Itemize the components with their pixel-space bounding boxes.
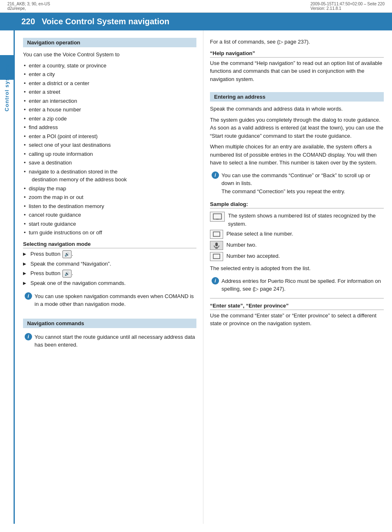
info-icon: i bbox=[25, 292, 32, 300]
list-item: turn guide instructions on or off bbox=[23, 229, 196, 237]
svg-rect-2 bbox=[213, 232, 220, 236]
meta-bar: 216_AKB; 3; 90, en-USd2ureepe, 2009-05-1… bbox=[0, 0, 392, 13]
list-item: cancel route guidance bbox=[23, 211, 196, 219]
sample-dialog: The system shows a numbered list of stat… bbox=[210, 212, 384, 261]
list-item: listen to the destination memory bbox=[23, 202, 196, 210]
sample-dialog-heading: Sample dialog: bbox=[210, 201, 384, 208]
step-item: Speak the command “Navigation”. bbox=[23, 260, 196, 268]
main-content: Navigation operation You can use the Voi… bbox=[15, 30, 392, 524]
meta-right: 2009-05-15T11:47:50+02:00 – Seite 220Ver… bbox=[311, 2, 385, 11]
list-item: start route guidance bbox=[23, 220, 196, 228]
nav-operation-list: enter a country, state or province enter… bbox=[23, 62, 196, 237]
commands-ref: For a list of commands, see (▷ page 237)… bbox=[210, 38, 384, 46]
dialog-row: Please select a line number. bbox=[210, 230, 384, 239]
nav-commands-heading: Navigation commands bbox=[23, 319, 196, 328]
info-icon-4: i bbox=[212, 277, 219, 285]
dialog-text: Number two. bbox=[226, 241, 257, 249]
screen-icon bbox=[210, 212, 225, 222]
page-header: 220 Voice Control System navigation bbox=[0, 13, 392, 30]
list-item: find address bbox=[23, 123, 196, 132]
dialog-row: The system shows a numbered list of stat… bbox=[210, 212, 384, 228]
right-column: For a list of commands, see (▷ page 237)… bbox=[203, 30, 392, 524]
list-item: navigate to a destination stored in the … bbox=[23, 168, 196, 184]
help-navigation-heading: “Help navigation” bbox=[210, 50, 384, 58]
sidebar-label: Control systems bbox=[4, 63, 10, 111]
page-title: Voice Control System navigation bbox=[42, 17, 169, 26]
step-item: Press button 🔊. bbox=[23, 250, 196, 258]
list-item: enter a street bbox=[23, 88, 196, 96]
dialog-text: Number two accepted. bbox=[226, 252, 280, 260]
list-item: enter a zip code bbox=[23, 115, 196, 123]
nav-operation-heading: Navigation operation bbox=[23, 38, 196, 47]
sample-dialog-info: i Address entries for Puerto Rico must b… bbox=[210, 275, 384, 295]
dialog-text: Please select a line number. bbox=[226, 230, 293, 238]
step-item: Press button 🔊. bbox=[23, 269, 196, 278]
selecting-nav-info-text: You can use spoken navigation commands e… bbox=[35, 293, 194, 308]
svg-rect-6 bbox=[213, 254, 220, 259]
sample-dialog-info-text: Address entries for Puerto Rico must be … bbox=[221, 278, 381, 292]
selecting-nav-info: i You can use spoken navigation commands… bbox=[23, 291, 196, 310]
entering-address-heading: Entering an address bbox=[210, 92, 384, 102]
selecting-nav-steps: Press button 🔊. Speak the command “Navig… bbox=[23, 250, 196, 287]
list-item: enter a city bbox=[23, 70, 196, 79]
info-icon-3: i bbox=[212, 171, 219, 179]
dialog-row: Number two accepted. bbox=[210, 252, 384, 261]
screen-small-icon bbox=[210, 230, 223, 239]
nav-commands-info: i You cannot start the route guidance un… bbox=[23, 331, 196, 351]
step-item: Speak one of the navigation commands. bbox=[23, 279, 196, 287]
list-item: enter a house number bbox=[23, 106, 196, 114]
selecting-nav-mode-heading: Selecting navigation mode bbox=[23, 241, 196, 248]
list-item: enter an intersection bbox=[23, 97, 196, 105]
enter-state-text: Use the command “Enter state” or “Enter … bbox=[210, 312, 384, 328]
dialog-text: The system shows a numbered list of stat… bbox=[228, 212, 384, 228]
list-item: zoom the map in or out bbox=[23, 193, 196, 201]
sidebar: Control systems bbox=[0, 30, 15, 524]
page-number: 220 bbox=[21, 17, 35, 26]
meta-left: 216_AKB; 3; 90, en-USd2ureepe, bbox=[7, 2, 50, 11]
button-icon: 🔊 bbox=[62, 270, 71, 278]
entering-address-info: i You can use the commands “Continue” or… bbox=[210, 170, 384, 197]
svg-rect-1 bbox=[216, 219, 219, 220]
mic-dialog-icon bbox=[210, 241, 223, 250]
help-navigation-text: Use the command “Help navigation” to rea… bbox=[210, 59, 384, 83]
list-item: select one of your last destinations bbox=[23, 141, 196, 149]
nav-operation-intro: You can use the Voice Control System to bbox=[23, 51, 196, 59]
list-item: display the map bbox=[23, 185, 196, 193]
entering-address-para2: The system guides you completely through… bbox=[210, 116, 384, 140]
dialog-row: Number two. bbox=[210, 241, 384, 250]
info-icon-2: i bbox=[25, 333, 32, 340]
list-item: enter a country, state or province bbox=[23, 62, 196, 70]
enter-state-heading: “Enter state”, “Enter province” bbox=[210, 303, 384, 310]
entering-address-info-text: You can use the commands “Continue” or “… bbox=[221, 172, 370, 194]
list-item: calling up route information bbox=[23, 150, 196, 158]
sample-dialog-after: The selected entry is adopted from the l… bbox=[210, 264, 384, 273]
divider bbox=[210, 298, 384, 298]
entering-address-para3: When multiple choices for an entry are a… bbox=[210, 143, 384, 167]
screen-small-icon-2 bbox=[210, 252, 223, 261]
svg-rect-0 bbox=[213, 214, 221, 219]
left-column: Navigation operation You can use the Voi… bbox=[15, 30, 203, 524]
svg-rect-3 bbox=[215, 243, 218, 246]
list-item: enter a district or a center bbox=[23, 79, 196, 88]
list-item: enter a POI (point of interest) bbox=[23, 132, 196, 141]
list-item: save a destination bbox=[23, 159, 196, 167]
nav-commands-info-text: You cannot start the route guidance unti… bbox=[35, 334, 195, 348]
button-icon: 🔊 bbox=[62, 250, 71, 258]
entering-address-para1: Speak the commands and address data in w… bbox=[210, 105, 384, 113]
